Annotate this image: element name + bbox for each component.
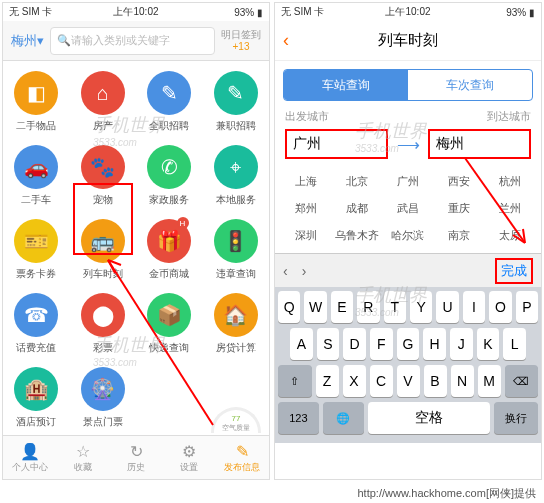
city-option[interactable]: 重庆 bbox=[433, 195, 484, 222]
city-option[interactable]: 深圳 bbox=[281, 222, 332, 249]
city-option[interactable]: 武昌 bbox=[383, 195, 434, 222]
swap-icon[interactable]: ⟶ bbox=[396, 132, 420, 156]
city-option[interactable]: 北京 bbox=[332, 168, 383, 195]
category-宠物[interactable]: 🐾宠物 bbox=[70, 139, 137, 213]
category-酒店预订[interactable]: 🏨酒店预订 bbox=[3, 361, 70, 435]
battery: 93% ▮ bbox=[234, 7, 263, 18]
category-违章查询[interactable]: 🚦违章查询 bbox=[203, 213, 270, 287]
category-icon: ✆ bbox=[147, 145, 191, 189]
prev-field[interactable]: ‹ bbox=[283, 263, 288, 279]
category-label: 列车时刻 bbox=[83, 267, 123, 281]
key-Q[interactable]: Q bbox=[278, 291, 300, 323]
key-P[interactable]: P bbox=[516, 291, 538, 323]
key-X[interactable]: X bbox=[343, 365, 366, 397]
key-A[interactable]: A bbox=[290, 328, 313, 360]
city-option[interactable]: 郑州 bbox=[281, 195, 332, 222]
category-房贷计算[interactable]: 🏠房贷计算 bbox=[203, 287, 270, 361]
key-F[interactable]: F bbox=[370, 328, 393, 360]
key-I[interactable]: I bbox=[463, 291, 485, 323]
key-T[interactable]: T bbox=[384, 291, 406, 323]
to-label: 到达城市 bbox=[408, 109, 531, 124]
category-二手物品[interactable]: ◧二手物品 bbox=[3, 65, 70, 139]
key-H[interactable]: H bbox=[423, 328, 446, 360]
city-inputs: 广州 ⟶ 梅州 bbox=[275, 124, 541, 164]
category-家政服务[interactable]: ✆家政服务 bbox=[136, 139, 203, 213]
from-city-input[interactable]: 广州 bbox=[285, 129, 388, 159]
city-option[interactable]: 上海 bbox=[281, 168, 332, 195]
tab-label: 个人中心 bbox=[12, 461, 48, 474]
city-option[interactable]: 杭州 bbox=[484, 168, 535, 195]
category-票务卡券[interactable]: 🎫票务卡券 bbox=[3, 213, 70, 287]
category-本地服务[interactable]: ⌖本地服务 bbox=[203, 139, 270, 213]
tab-设置[interactable]: ⚙设置 bbox=[163, 436, 216, 479]
key-delete[interactable]: ⌫ bbox=[505, 365, 539, 397]
signin-button[interactable]: 明日签到+13 bbox=[221, 29, 261, 53]
key-B[interactable]: B bbox=[424, 365, 447, 397]
key-D[interactable]: D bbox=[343, 328, 366, 360]
key-E[interactable]: E bbox=[331, 291, 353, 323]
category-列车时刻[interactable]: 🚌列车时刻 bbox=[70, 213, 137, 287]
category-二手车[interactable]: 🚗二手车 bbox=[3, 139, 70, 213]
key-N[interactable]: N bbox=[451, 365, 474, 397]
category-话费充值[interactable]: ☎话费充值 bbox=[3, 287, 70, 361]
key-V[interactable]: V bbox=[397, 365, 420, 397]
category-快递查询[interactable]: 📦快递查询 bbox=[136, 287, 203, 361]
category-label: 酒店预订 bbox=[16, 415, 56, 429]
tab-历史[interactable]: ↻历史 bbox=[109, 436, 162, 479]
key-W[interactable]: W bbox=[304, 291, 326, 323]
key-space[interactable]: 空格 bbox=[368, 402, 490, 434]
tab-发布信息[interactable]: ✎发布信息 bbox=[216, 436, 269, 479]
category-icon: 📦 bbox=[147, 293, 191, 337]
city-option[interactable]: 太原 bbox=[484, 222, 535, 249]
category-房产[interactable]: ⌂房产 bbox=[70, 65, 137, 139]
category-兼职招聘[interactable]: ✎兼职招聘 bbox=[203, 65, 270, 139]
category-label: 本地服务 bbox=[216, 193, 256, 207]
next-field[interactable]: › bbox=[302, 263, 307, 279]
key-globe[interactable]: 🌐 bbox=[323, 402, 364, 434]
city-option[interactable]: 成都 bbox=[332, 195, 383, 222]
location-picker[interactable]: 梅州▾ bbox=[11, 32, 44, 50]
category-grid: ◧二手物品⌂房产✎全职招聘✎兼职招聘🚗二手车🐾宠物✆家政服务⌖本地服务🎫票务卡券… bbox=[3, 61, 269, 439]
category-彩票[interactable]: ⬤彩票 bbox=[70, 287, 137, 361]
key-S[interactable]: S bbox=[317, 328, 340, 360]
category-label: 兼职招聘 bbox=[216, 119, 256, 133]
city-option[interactable]: 兰州 bbox=[484, 195, 535, 222]
key-J[interactable]: J bbox=[450, 328, 473, 360]
key-U[interactable]: U bbox=[436, 291, 458, 323]
tab-icon: ✎ bbox=[236, 442, 249, 461]
city-option[interactable]: 哈尔滨 bbox=[383, 222, 434, 249]
category-icon: 🏠 bbox=[214, 293, 258, 337]
key-shift[interactable]: ⇧ bbox=[278, 365, 312, 397]
category-label: 彩票 bbox=[93, 341, 113, 355]
category-金币商城[interactable]: 🎁金币商城H bbox=[136, 213, 203, 287]
back-button[interactable]: ‹ bbox=[283, 30, 289, 51]
key-M[interactable]: M bbox=[478, 365, 501, 397]
category-icon: ✎ bbox=[214, 71, 258, 115]
seg-station[interactable]: 车站查询 bbox=[284, 70, 408, 100]
category-全职招聘[interactable]: ✎全职招聘 bbox=[136, 65, 203, 139]
category-label: 违章查询 bbox=[216, 267, 256, 281]
to-city-input[interactable]: 梅州 bbox=[428, 129, 531, 159]
city-option[interactable]: 南京 bbox=[433, 222, 484, 249]
key-K[interactable]: K bbox=[477, 328, 500, 360]
category-icon: 🎫 bbox=[14, 219, 58, 263]
city-option[interactable]: 广州 bbox=[383, 168, 434, 195]
key-C[interactable]: C bbox=[370, 365, 393, 397]
key-Y[interactable]: Y bbox=[410, 291, 432, 323]
done-button[interactable]: 完成 bbox=[495, 258, 533, 284]
key-R[interactable]: R bbox=[357, 291, 379, 323]
right-screenshot: 无 SIM 卡 上午10:02 93% ▮ ‹ 列车时刻 车站查询 车次查询 出… bbox=[274, 2, 542, 480]
key-G[interactable]: G bbox=[397, 328, 420, 360]
category-景点门票[interactable]: 🎡景点门票 bbox=[70, 361, 137, 435]
key-L[interactable]: L bbox=[503, 328, 526, 360]
city-option[interactable]: 乌鲁木齐 bbox=[332, 222, 383, 249]
key-O[interactable]: O bbox=[489, 291, 511, 323]
search-input[interactable]: 🔍 请输入类别或关键字 bbox=[50, 27, 215, 55]
tab-收藏[interactable]: ☆收藏 bbox=[56, 436, 109, 479]
key-Z[interactable]: Z bbox=[316, 365, 339, 397]
key-return[interactable]: 换行 bbox=[494, 402, 538, 434]
city-option[interactable]: 西安 bbox=[433, 168, 484, 195]
tab-个人中心[interactable]: 👤个人中心 bbox=[3, 436, 56, 479]
key-123[interactable]: 123 bbox=[278, 402, 319, 434]
seg-train-number[interactable]: 车次查询 bbox=[408, 70, 532, 100]
